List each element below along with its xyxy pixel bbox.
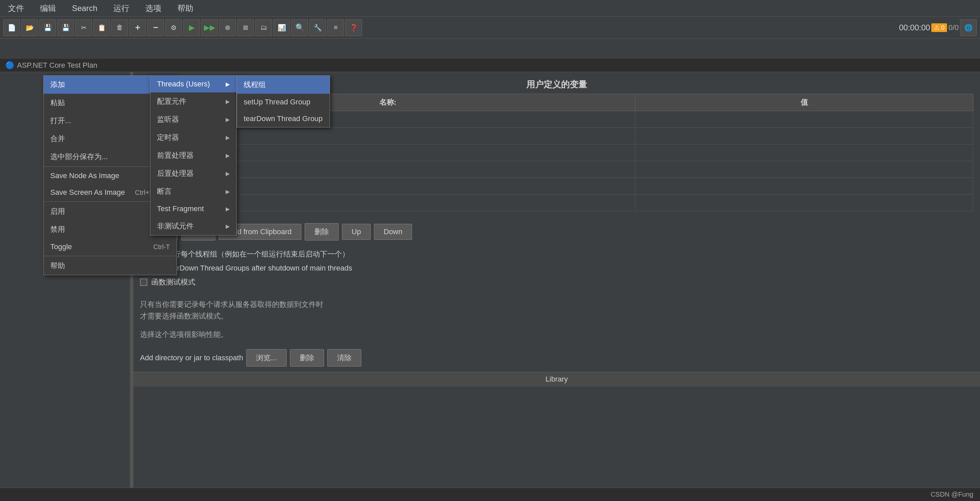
independent-run-option: 独立运行每个线程组（例如在一个组运行结束后启动下一个） [140, 249, 973, 259]
toolbar: 📄 📂 💾 💾 ✂ 📋 🗑 + − ⚙ ▶ ▶▶ ⏺ ⏹ 🗂 📊 🔍 🔧 ≡ ❓… [0, 17, 980, 39]
col-value: 值 [635, 94, 973, 111]
toolbar-new[interactable]: 📄 [3, 19, 20, 36]
options-section: 独立运行每个线程组（例如在一个组运行结束后启动下一个） ✓ Run tearDo… [133, 246, 980, 295]
delete-button[interactable]: 删除 [305, 223, 339, 241]
menu-run[interactable]: 运行 [109, 1, 134, 16]
menu-options[interactable]: 选项 [141, 1, 166, 16]
project-icon: 🔵 [5, 61, 14, 70]
up-button[interactable]: Up [342, 224, 371, 240]
statusbar-text: CSDN @Fung [931, 491, 973, 498]
classpath-section: Add directory or jar to classpath 浏览... … [133, 344, 980, 372]
splitter-handle[interactable] [130, 72, 133, 501]
toolbar-save[interactable]: 💾 [39, 19, 56, 36]
project-header: 🔵 ASP.NET Core Test Plan [0, 59, 980, 72]
statusbar: CSDN @Fung [0, 488, 980, 501]
desc-section: 只有当你需要记录每个请求从服务器取得的数据到文件时 才需要选择函数测试模式。 选… [133, 295, 980, 344]
table-row [140, 144, 973, 161]
add-button[interactable]: 添加 [181, 223, 215, 241]
toolbar-copy[interactable]: 📋 [93, 19, 110, 36]
timer-display: 00:00:00 [899, 23, 930, 32]
col-name: 名称: [140, 94, 635, 111]
toolbar-clear-all[interactable]: 🗂 [255, 19, 272, 36]
variables-section: 用户定义的变量 名称: 值 [133, 72, 980, 218]
teardown-checkbox[interactable]: ✓ [140, 265, 147, 272]
toolbar-save-as[interactable]: 💾 [57, 19, 74, 36]
functional-mode-checkbox[interactable] [140, 279, 147, 286]
classpath-clear-button[interactable]: 清除 [327, 349, 361, 367]
functional-mode-option: 函数测试模式 [140, 277, 973, 287]
variables-table: 名称: 值 [140, 94, 973, 211]
variables-title: 用户定义的变量 [140, 79, 973, 90]
toolbar-remove[interactable]: − [147, 19, 164, 36]
menu-file[interactable]: 文件 [3, 1, 29, 16]
table-row [140, 161, 973, 178]
toolbar-stop-now[interactable]: ⏹ [237, 19, 254, 36]
toolbar-remote[interactable]: 🌐 [960, 19, 977, 36]
toolbar-help[interactable]: ❓ [345, 19, 362, 36]
toolbar-open[interactable]: 📂 [21, 19, 38, 36]
action-buttons-row: Detail 添加 Add from Clipboard 删除 Up Down [133, 218, 980, 246]
add-from-clipboard-button[interactable]: Add from Clipboard [219, 224, 301, 240]
classpath-label: Add directory or jar to classpath [140, 354, 243, 362]
desc-line4: 选择这个选项很影响性能。 [140, 329, 973, 340]
toolbar-templates[interactable]: ≡ [327, 19, 344, 36]
toolbar-settings[interactable]: ⚙ [165, 19, 182, 36]
toolbar-search[interactable]: 🔍 [291, 19, 308, 36]
teardown-option: ✓ Run tearDown Thread Groups after shutd… [140, 264, 973, 273]
teardown-label: Run tearDown Thread Groups after shutdow… [151, 264, 352, 273]
independent-run-label: 独立运行每个线程组（例如在一个组运行结束后启动下一个） [151, 249, 349, 259]
menu-help[interactable]: 帮助 [173, 1, 198, 16]
menu-search[interactable]: Search [67, 2, 102, 15]
error-count: 0/0 [948, 23, 959, 32]
toolbar-cut[interactable]: ✂ [75, 19, 92, 36]
classpath-delete-button[interactable]: 删除 [290, 349, 324, 367]
detail-button[interactable]: Detail [140, 224, 178, 240]
table-row [140, 111, 973, 128]
down-button[interactable]: Down [374, 224, 412, 240]
table-row [140, 128, 973, 144]
main-area: 🔵 ASP.NET Core Test Plan 用户定义的变量 名称: 值 [0, 59, 980, 501]
toolbar-stop[interactable]: ⏺ [220, 19, 236, 36]
toolbar-add[interactable]: + [129, 19, 146, 36]
desc-line1: 只有当你需要记录每个请求从服务器取得的数据到文件时 [140, 298, 973, 310]
independent-run-checkbox[interactable] [140, 250, 147, 258]
project-name: ASP.NET Core Test Plan [17, 61, 97, 70]
menu-bar: 文件 编辑 Search 运行 选项 帮助 [0, 0, 980, 17]
right-panel: 用户定义的变量 名称: 值 De [133, 72, 980, 501]
toolbar-tools[interactable]: 🔧 [309, 19, 326, 36]
table-row [140, 195, 973, 211]
toolbar-start-no-pause[interactable]: ▶▶ [201, 19, 218, 36]
library-row: Library [133, 372, 980, 386]
table-row [140, 178, 973, 195]
toolbar-start[interactable]: ▶ [183, 19, 200, 36]
functional-mode-label: 函数测试模式 [151, 277, 195, 287]
classpath-browse-button[interactable]: 浏览... [247, 349, 286, 367]
desc-line2: 才需要选择函数测试模式。 [140, 310, 973, 322]
toolbar-paste[interactable]: 🗑 [111, 19, 128, 36]
warning-badge: ⚠ 0 [931, 23, 947, 32]
toolbar-clear-results[interactable]: 📊 [273, 19, 290, 36]
menu-edit[interactable]: 编辑 [35, 1, 60, 16]
